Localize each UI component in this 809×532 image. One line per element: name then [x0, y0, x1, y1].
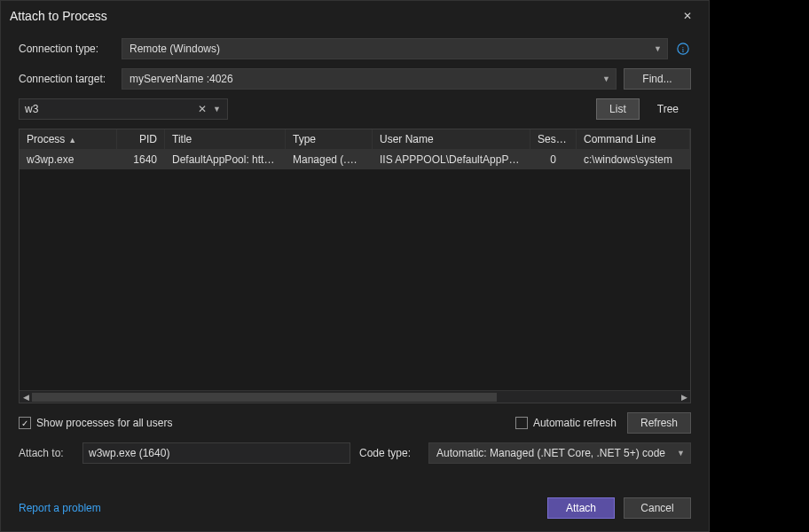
- col-header-pid[interactable]: PID: [117, 129, 165, 149]
- report-problem-link[interactable]: Report a problem: [19, 502, 101, 514]
- code-type-value: Automatic: Managed (.NET Core, .NET 5+) …: [436, 447, 665, 459]
- connection-type-combo[interactable]: Remote (Windows) ▼: [122, 38, 668, 59]
- checkbox-icon: [515, 417, 528, 429]
- scroll-track: [32, 393, 678, 402]
- connection-type-value: Remote (Windows): [130, 43, 220, 55]
- options-row: Show processes for all users Automatic r…: [19, 412, 691, 434]
- chevron-down-icon: ▼: [602, 74, 610, 83]
- close-icon: ✕: [198, 103, 207, 115]
- connection-target-value: myServerName :4026: [130, 73, 233, 85]
- close-button[interactable]: ✕: [675, 6, 700, 26]
- sort-indicator-icon: ▲: [68, 136, 76, 145]
- dialog-footer: Report a problem Attach Cancel: [19, 497, 691, 519]
- footer-buttons: Attach Cancel: [547, 497, 691, 519]
- attach-to-label: Attach to:: [19, 447, 74, 459]
- table-row[interactable]: w3wp.exe 1640 DefaultAppPool: http:... M…: [20, 150, 690, 169]
- show-all-users-label: Show processes for all users: [36, 417, 172, 429]
- auto-refresh-label: Automatic refresh: [533, 417, 617, 429]
- attach-button[interactable]: Attach: [547, 497, 615, 519]
- titlebar: Attach to Process ✕: [1, 1, 709, 31]
- table-header: Process▲ PID Title Type User Name Sessio…: [20, 129, 690, 150]
- view-mode-switch: List Tree: [596, 98, 691, 120]
- dialog-content: Connection type: Remote (Windows) ▼ i Co…: [1, 31, 709, 531]
- col-header-user[interactable]: User Name: [373, 129, 530, 149]
- cancel-button[interactable]: Cancel: [624, 497, 691, 519]
- attach-to-row: Attach to: w3wp.exe (1640) Code type: Au…: [19, 442, 691, 464]
- scroll-left-icon: ◀: [20, 393, 32, 402]
- attach-to-value[interactable]: w3wp.exe (1640): [82, 442, 350, 464]
- viewmode-tree[interactable]: Tree: [645, 98, 691, 120]
- close-icon: ✕: [683, 10, 692, 22]
- find-button[interactable]: Find...: [624, 68, 691, 90]
- svg-text:i: i: [682, 45, 685, 54]
- cell-cmd: c:\windows\system: [577, 150, 690, 169]
- col-header-session[interactable]: Session: [530, 129, 577, 149]
- refresh-cluster: Automatic refresh Refresh: [515, 412, 691, 434]
- connection-target-row: Connection target: myServerName :4026 ▼ …: [19, 68, 691, 90]
- refresh-button[interactable]: Refresh: [627, 412, 691, 434]
- connection-target-label: Connection target:: [19, 73, 114, 85]
- col-header-title[interactable]: Title: [165, 129, 286, 149]
- code-type-label: Code type:: [359, 447, 420, 459]
- checkbox-icon: [19, 417, 31, 429]
- show-all-users-check[interactable]: Show processes for all users: [19, 417, 172, 429]
- chevron-down-icon: ▼: [677, 449, 685, 458]
- cell-process: w3wp.exe: [20, 150, 117, 169]
- auto-refresh-check[interactable]: Automatic refresh: [515, 417, 617, 429]
- process-search-box[interactable]: ✕ ▼: [19, 98, 228, 120]
- cell-pid: 1640: [117, 150, 165, 169]
- connection-type-label: Connection type:: [19, 43, 114, 55]
- dialog-title: Attach to Process: [10, 9, 107, 23]
- chevron-down-icon: ▼: [654, 44, 662, 53]
- filter-toolbar: ✕ ▼ List Tree: [19, 98, 691, 120]
- attach-to-process-dialog: Attach to Process ✕ Connection type: Rem…: [0, 0, 710, 532]
- scroll-thumb[interactable]: [32, 393, 497, 402]
- cell-session: 0: [530, 150, 577, 169]
- code-type-combo[interactable]: Automatic: Managed (.NET Core, .NET 5+) …: [428, 442, 691, 464]
- process-table: Process▲ PID Title Type User Name Sessio…: [19, 129, 691, 403]
- col-header-process[interactable]: Process▲: [20, 129, 117, 149]
- cell-user: IIS APPPOOL\DefaultAppPool: [373, 150, 530, 169]
- search-history-dropdown[interactable]: ▼: [210, 105, 224, 113]
- cell-type: Managed (.NE...: [286, 150, 373, 169]
- info-icon[interactable]: i: [675, 41, 691, 57]
- connection-target-combo[interactable]: myServerName :4026 ▼: [122, 68, 617, 90]
- col-header-cmd[interactable]: Command Line: [577, 129, 690, 149]
- col-header-type[interactable]: Type: [286, 129, 373, 149]
- horizontal-scrollbar[interactable]: ◀ ▶: [20, 390, 690, 403]
- cell-title: DefaultAppPool: http:...: [165, 150, 286, 169]
- clear-search-button[interactable]: ✕: [194, 103, 210, 115]
- viewmode-list[interactable]: List: [596, 98, 640, 120]
- connection-type-row: Connection type: Remote (Windows) ▼ i: [19, 38, 691, 59]
- process-search-input[interactable]: [25, 103, 194, 115]
- scroll-right-icon: ▶: [678, 393, 690, 402]
- table-body: w3wp.exe 1640 DefaultAppPool: http:... M…: [20, 150, 690, 390]
